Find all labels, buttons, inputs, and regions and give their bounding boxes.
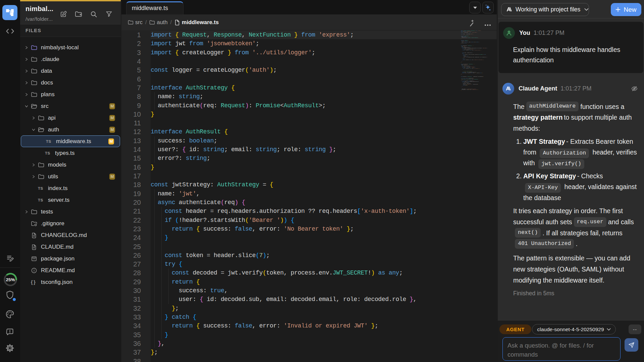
svg-text:25%: 25% — [6, 277, 15, 282]
